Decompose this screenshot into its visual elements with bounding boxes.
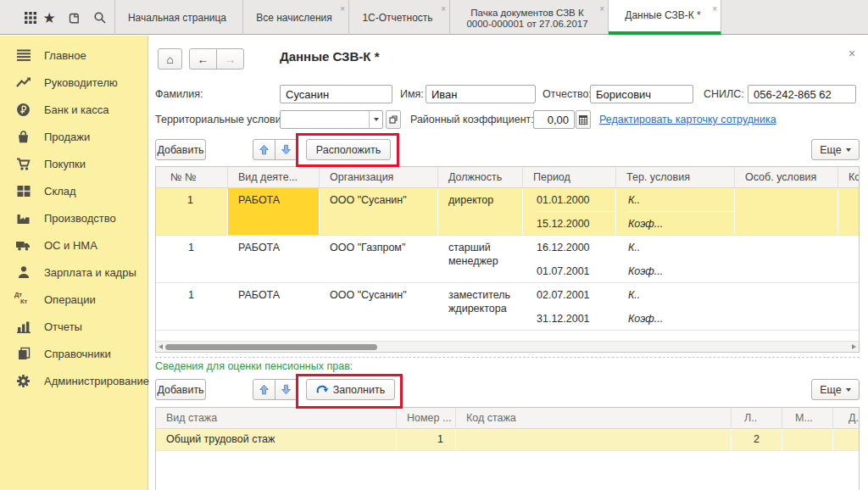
ruble-circle-icon [14, 102, 32, 117]
sidebar-item-label: Операции [44, 293, 96, 306]
search-icon[interactable] [92, 9, 108, 26]
arrow-down-icon [281, 384, 292, 395]
table-row[interactable]: 1 РАБОТА ООО "Газпром" старший менеджер … [156, 236, 859, 283]
column-header[interactable]: Тер. условия [616, 167, 735, 187]
tab-close-icon[interactable]: × [712, 3, 717, 14]
sidebar-item-production[interactable]: Производство [0, 204, 147, 231]
sidebar-item-reports[interactable]: Отчеты [0, 313, 147, 340]
sidebar-item-bank-cash[interactable]: Банк и касса [0, 96, 147, 123]
menu-grid-icon[interactable] [22, 9, 39, 26]
sidebar-item-salary-hr[interactable]: Зарплата и кадры [0, 259, 147, 286]
tab-szvk-data[interactable]: Данные СЗВ-К * × [609, 0, 721, 35]
sidebar-item-label: Покупки [44, 158, 86, 170]
arrange-button-label: Расположить [316, 144, 381, 156]
middlename-field[interactable] [590, 85, 693, 103]
column-header[interactable]: Л.. [732, 408, 782, 428]
chevron-down-icon[interactable] [369, 111, 382, 128]
table-row[interactable]: Общий трудовой стаж 1 2 [156, 429, 859, 451]
tab-1c-reporting[interactable]: 1С-Отчетность × [349, 0, 450, 35]
trend-chart-icon [14, 75, 32, 90]
fill-button[interactable]: Заполнить [306, 379, 395, 400]
sidebar-item-label: Склад [44, 185, 76, 198]
column-header[interactable]: М... [782, 408, 833, 428]
home-button[interactable]: ⌂ [158, 48, 182, 70]
sidebar-item-label: Администрирование [44, 375, 149, 387]
move-down-button-pension[interactable] [275, 379, 298, 400]
column-header[interactable]: Код стажа [456, 408, 732, 428]
horizontal-scrollbar[interactable] [156, 341, 859, 352]
more-button-bottom[interactable]: Еще [811, 379, 860, 400]
tab-home[interactable]: Начальная страница [114, 0, 243, 35]
sidebar-item-operations[interactable]: Дт Кт Операции [0, 286, 147, 313]
cart-icon [14, 156, 32, 171]
fill-button-label: Заполнить [333, 384, 385, 396]
column-header[interactable]: Период [523, 167, 616, 187]
scroll-right-icon[interactable] [852, 344, 856, 349]
move-up-button[interactable] [253, 139, 275, 160]
middlename-label: Отчество: [542, 88, 592, 100]
sidebar-item-label: Отчеты [44, 320, 82, 333]
column-header[interactable]: Код [838, 167, 859, 187]
territorial-combobox[interactable] [280, 110, 383, 129]
table-row[interactable]: 1 РАБОТА ООО "Сусанин" заместитель ждире… [156, 283, 859, 331]
more-button-top[interactable]: Еще [811, 139, 860, 160]
column-header[interactable]: Вид стажа [156, 408, 397, 428]
calculator-button[interactable] [576, 110, 591, 129]
tab-document-pack[interactable]: Пачка документов СЗВ К 0000-000001 от 27… [450, 0, 609, 35]
territorial-open-button[interactable] [386, 110, 401, 129]
sidebar-item-directories[interactable]: Справочники [0, 340, 147, 367]
table-header-row: № № Вид деяте... Организация Должность П… [156, 167, 859, 188]
district-coefficient-field[interactable] [533, 110, 575, 129]
sidebar-item-manager[interactable]: Руководителю [0, 69, 147, 96]
sidebar-item-label: Банк и касса [44, 103, 109, 116]
refresh-arrow-icon [316, 384, 329, 395]
arrange-button[interactable]: Расположить [306, 139, 391, 160]
snils-field[interactable] [748, 85, 856, 103]
sidebar-item-main[interactable]: Главное [0, 42, 147, 69]
favorites-star-icon[interactable]: ★ [41, 9, 58, 26]
sidebar-item-label: Зарплата и кадры [44, 266, 136, 279]
person-icon [14, 264, 32, 280]
sidebar-item-sales[interactable]: Продажи [0, 123, 147, 150]
sidebar-item-warehouse[interactable]: Склад [0, 177, 147, 204]
add-button-label: Добавить [157, 144, 203, 156]
move-down-button[interactable] [275, 139, 298, 160]
scroll-left-icon[interactable] [159, 344, 163, 349]
move-up-button-pension[interactable] [253, 379, 275, 400]
tab-close-icon[interactable]: × [340, 3, 345, 14]
add-button[interactable]: Добавить [155, 139, 206, 160]
edit-employee-card-link[interactable]: Редактировать карточку сотрудника [599, 114, 776, 125]
table-row[interactable]: 1 РАБОТА ООО "Сусанин" директор 01.01.20… [156, 188, 859, 236]
close-icon[interactable]: × [849, 47, 855, 60]
tab-label: Начальная страница [128, 13, 226, 24]
forward-arrow-icon: → [225, 53, 236, 66]
column-header[interactable]: Особ. условия [735, 167, 838, 187]
tab-close-icon[interactable]: × [599, 3, 604, 14]
add-button-pension[interactable]: Добавить [155, 379, 206, 400]
pension-section-title: Сведения для оценки пенсионных прав: [155, 360, 353, 372]
column-header[interactable]: № № [156, 167, 228, 187]
sidebar-item-administration[interactable]: Администрирование [0, 367, 147, 394]
back-button[interactable]: ← [189, 48, 217, 70]
scrollbar-thumb[interactable] [165, 344, 377, 350]
open-form-icon [389, 115, 398, 124]
history-scroll-icon[interactable] [64, 9, 81, 26]
tab-close-icon[interactable]: × [441, 3, 446, 14]
arrow-up-icon [259, 144, 270, 155]
tab-all-accruals[interactable]: Все начисления × [243, 0, 349, 35]
forward-button[interactable]: → [216, 48, 244, 70]
column-header[interactable]: Должность [438, 167, 523, 187]
sidebar-item-label: Руководителю [44, 76, 118, 89]
sidebar-item-purchases[interactable]: Покупки [0, 150, 147, 177]
sidebar-item-label: Производство [44, 212, 116, 225]
column-header[interactable]: Номер ... [397, 408, 456, 428]
column-header[interactable]: Д.. [833, 408, 859, 428]
bar-chart-icon [14, 319, 32, 334]
column-header[interactable]: Организация [320, 167, 438, 187]
sidebar-item-label: ОС и НМА [44, 239, 97, 252]
column-header[interactable]: Вид деяте... [228, 167, 320, 187]
firstname-field[interactable] [426, 85, 536, 103]
active-cell[interactable]: РАБОТА [228, 188, 320, 235]
lastname-field[interactable] [280, 85, 392, 103]
sidebar-item-fixed-assets[interactable]: ОС и НМА [0, 231, 147, 259]
